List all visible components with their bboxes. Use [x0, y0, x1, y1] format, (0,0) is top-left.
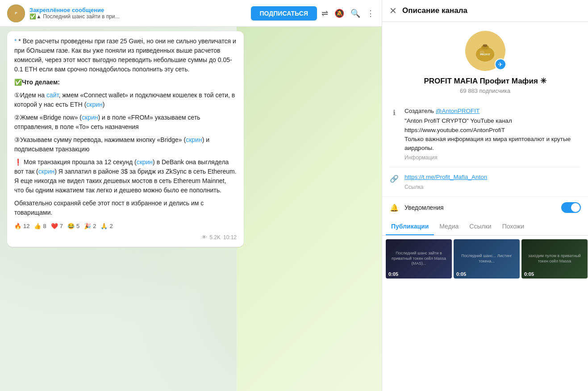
top-icons: ⇌ 🔕 🔍 ⋮: [321, 8, 375, 18]
message-step3: ③Указываем сумму перевода, нажимаем кноп…: [14, 135, 237, 154]
creator-row: ℹ Создатель @AntonPROFIT "Anton ProfiT C…: [389, 101, 581, 167]
step2-link[interactable]: скрин: [82, 114, 98, 121]
pinned-label: Закреплённое сообщение: [29, 7, 246, 13]
channel-link[interactable]: https://t.me/Profit_Mafia_Anton: [405, 174, 487, 180]
top-bar: P Закреплённое сообщение ✅▲ Последний ша…: [0, 0, 382, 27]
info-circle-icon: ℹ: [389, 108, 399, 117]
message-para1: * * Все расчеты проведены при газе 25 Gw…: [14, 37, 237, 74]
more-icon[interactable]: ⋮: [367, 8, 375, 18]
bell-icon[interactable]: 🔕: [334, 8, 344, 18]
thumb-text-2: Последний шанс... Листинг токена...: [454, 252, 520, 266]
reaction-fire[interactable]: 🔥 12: [14, 222, 29, 231]
media-time-3: 0:05: [524, 271, 534, 277]
svg-rect-2: [483, 44, 488, 47]
link-icon: 🔗: [389, 174, 399, 183]
views-count: 5.2K: [209, 233, 221, 241]
note-link1[interactable]: скрин: [137, 158, 153, 166]
tabs-row: Публикации Медиа Ссылки Похожи: [382, 218, 588, 236]
channel-avatar: P: [7, 4, 25, 22]
media-thumb-1[interactable]: Последний шанс зайти в приватный токен с…: [386, 239, 452, 279]
step3-link[interactable]: скрин: [186, 136, 202, 143]
link-content: https://t.me/Profit_Mafia_Anton Ссылка: [405, 173, 581, 191]
bell-icon-right: 🔔: [389, 203, 399, 213]
creator-content: Создатель @AntonPROFIT "Anton ProfiT CRY…: [405, 107, 581, 162]
message-note: ❗ Моя транзакция прошла за 12 секунд (ск…: [14, 158, 237, 195]
step1-link[interactable]: сайт: [46, 92, 58, 99]
tab-media[interactable]: Медиа: [434, 218, 464, 235]
channel-info: PROFIT ✈ PROFIT MAFIA Профит Мафия ✳ 69 …: [382, 22, 588, 101]
message-what-doing: ✅Что делаем:: [14, 78, 237, 87]
notifications-row: 🔔 Уведомления: [382, 196, 588, 218]
profit-bag-icon: PROFIT: [473, 39, 497, 63]
channel-name: PROFIT MAFIA Профит Мафия ✳: [424, 76, 546, 86]
emoji-reactions: 🔥 12 👍 8 ❤️ 7 😂 5 🎉 2 🙏 2: [14, 222, 237, 231]
message-bubble: * * Все расчеты проведены при газе 25 Gw…: [7, 31, 244, 247]
filter-icon[interactable]: ⇌: [321, 8, 328, 18]
chat-panel: P Закреплённое сообщение ✅▲ Последний ша…: [0, 0, 382, 391]
creator-link[interactable]: @AntonPROFIT: [436, 108, 480, 114]
channel-subscribers: 69 883 подписчика: [460, 87, 510, 94]
link-row: 🔗 https://t.me/Profit_Mafia_Anton Ссылка: [389, 167, 581, 196]
notifications-toggle[interactable]: [561, 202, 581, 213]
tab-publications[interactable]: Публикации: [386, 218, 434, 235]
message-footer: Обязательно сохраняй себе этот пост в из…: [14, 199, 237, 217]
avatar-inner: P: [7, 4, 25, 22]
message-step2: ②Жмем «Bridge now» (скрин) и в поле «FRO…: [14, 113, 237, 132]
views-icon: 👁: [202, 233, 207, 241]
right-panel-title: Описание канала: [402, 6, 467, 15]
link-meta: Ссылка: [405, 183, 581, 191]
reaction-heart[interactable]: ❤️ 7: [51, 222, 63, 231]
notifications-label: Уведомления: [405, 204, 556, 211]
chat-body: * * Все расчеты проведены при газе 25 Gw…: [0, 27, 382, 391]
media-thumb-3[interactable]: заходим пулом в приватный токен сейл Mas…: [521, 239, 588, 279]
channel-description: "Anton ProfiT CRYPTO" YouTube канал http…: [405, 116, 581, 153]
right-header: ✕ Описание канала: [382, 0, 588, 22]
note-link2[interactable]: скрин: [38, 168, 54, 175]
info-meta: Информация: [405, 154, 581, 162]
pinned-text: ✅▲ Последний шанс зайти в при...: [29, 13, 246, 20]
info-section: ℹ Создатель @AntonPROFIT "Anton ProfiT C…: [382, 101, 588, 196]
pinned-message[interactable]: Закреплённое сообщение ✅▲ Последний шанс…: [29, 7, 246, 20]
tab-links[interactable]: Ссылки: [464, 218, 496, 235]
channel-logo: PROFIT ✈: [465, 31, 505, 71]
close-button[interactable]: ✕: [389, 6, 397, 15]
reaction-pray[interactable]: 🙏 2: [100, 222, 113, 231]
thumb-text-1: Последний шанс зайти в приватный токен с…: [386, 249, 452, 268]
svg-text:PROFIT: PROFIT: [480, 53, 490, 56]
media-time-1: 0:05: [388, 271, 398, 277]
search-icon[interactable]: 🔍: [350, 8, 360, 18]
media-row: Последний шанс зайти в приватный токен с…: [382, 236, 588, 282]
step1-link2[interactable]: скрин: [86, 101, 102, 108]
reaction-laugh[interactable]: 😂 5: [67, 222, 79, 231]
telegram-badge: ✈: [495, 58, 506, 70]
reaction-thumbs[interactable]: 👍 8: [34, 222, 46, 231]
tab-similar[interactable]: Похожи: [497, 218, 530, 235]
message-step1: ①Идем на сайт, жмем «Connect wallet» и п…: [14, 91, 237, 109]
thumb-text-3: заходим пулом в приватный токен сейл Mas…: [521, 252, 588, 266]
media-time-2: 0:05: [456, 271, 466, 277]
subscribe-button[interactable]: ПОДПИСАТЬСЯ: [251, 6, 317, 21]
message-time: 10:12: [223, 233, 237, 241]
message-meta: 👁 5.2K 10:12: [14, 233, 237, 241]
right-panel: ✕ Описание канала PROFIT ✈ PROFIT MAFIA …: [382, 0, 588, 391]
media-thumb-2[interactable]: Последний шанс... Листинг токена... 0:05: [454, 239, 520, 279]
reaction-party[interactable]: 🎉 2: [84, 222, 96, 231]
